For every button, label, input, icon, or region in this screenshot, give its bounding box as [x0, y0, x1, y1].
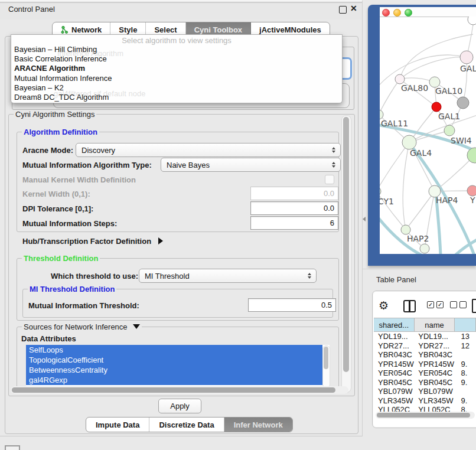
node-label: GAL4: [410, 148, 432, 158]
algorithm-option[interactable]: Basic Correlation Inference: [11, 54, 342, 64]
network-node-gal4[interactable]: [402, 135, 416, 149]
gear-icon[interactable]: ⚙: [379, 300, 389, 311]
tab-label: Style: [119, 25, 137, 34]
node-label: SWI4: [451, 136, 472, 145]
dpi-tolerance-field[interactable]: 0.0: [250, 201, 338, 215]
settings-vertical-scrollbar-thumb[interactable]: [343, 117, 349, 372]
attribute-item[interactable]: gal4RGexp: [26, 375, 322, 385]
network-node-gal80[interactable]: [395, 74, 405, 84]
zoom-traffic-light-icon[interactable]: [405, 9, 412, 17]
aracne-mode-label: Aracne Mode:: [22, 146, 73, 155]
table-cell: YLR345W: [374, 396, 414, 405]
table-cell: YBR045C: [414, 378, 454, 387]
attribute-item[interactable]: TopologicalCoefficient: [26, 355, 322, 365]
table-row[interactable]: YER054CYER054C8.: [374, 369, 476, 378]
network-node-gal[interactable]: [460, 51, 473, 64]
tab-label: jActiveMNodules: [259, 25, 321, 34]
table-cell: YBL079W: [374, 387, 414, 396]
node-label: HAP4: [436, 195, 458, 205]
column-header-name[interactable]: name: [415, 318, 455, 331]
attribute-item[interactable]: BetweennessCentrality: [26, 365, 322, 375]
algorithm-option[interactable]: Dream8 DC_TDC Algorithm: [11, 93, 342, 102]
settings-horizontal-scrollbar-thumb[interactable]: [12, 387, 335, 393]
node-table[interactable]: shared... name YDL19...YDL19...13YDR27..…: [374, 318, 476, 413]
algorithm-option[interactable]: Bayesian – K2: [11, 83, 342, 93]
tab-impute-data[interactable]: Impute Data: [86, 418, 149, 432]
manual-kernel-width-checkbox[interactable]: [325, 175, 334, 184]
data-attributes-list[interactable]: SelfLoops TopologicalCoefficient Between…: [26, 345, 330, 387]
table-cell: 9.: [455, 360, 476, 369]
close-traffic-light-icon[interactable]: [382, 9, 390, 17]
apply-button[interactable]: Apply: [158, 399, 201, 413]
select-all-checkbox-icon[interactable]: ✓: [436, 301, 444, 308]
float-window-icon[interactable]: [339, 6, 347, 14]
table-row[interactable]: YLR345WYLR345W9.: [374, 396, 476, 406]
table-row[interactable]: YPR145WYPR145W9.: [374, 360, 476, 369]
table-cell: YDR27...: [374, 341, 414, 350]
network-node-gal1[interactable]: [432, 102, 441, 112]
panel-separator: [362, 269, 476, 269]
tab-discretize-data[interactable]: Discretize Data: [149, 418, 224, 432]
algorithm-dropdown-popup: Inference Algorithm gal4filtered.sif def…: [11, 34, 343, 103]
table-cell: YER054C: [374, 369, 414, 377]
hub-definition-toggle[interactable]: Hub/Transcription Factor Definition: [22, 237, 163, 246]
table-row[interactable]: YBR043CYBR043C: [374, 350, 476, 360]
attributes-scrollbar-thumb[interactable]: [324, 347, 328, 369]
minimize-traffic-light-icon[interactable]: [393, 9, 401, 17]
network-node-y[interactable]: [467, 185, 476, 196]
network-node[interactable]: [468, 17, 476, 25]
table-cell: YLR345W: [414, 396, 454, 405]
tab-label: Select: [154, 25, 177, 34]
tab-label: Cyni Toolbox: [194, 25, 242, 34]
table-row[interactable]: YBL079WYBL079W: [374, 387, 476, 396]
split-view-icon[interactable]: [403, 300, 416, 312]
combo-arrows-icon: [332, 147, 335, 153]
which-threshold-value: MI Threshold: [145, 272, 190, 281]
attribute-item[interactable]: SelfLoops: [26, 345, 322, 355]
network-canvas[interactable]: GALGAL80GAL10GAL1GAL11SWI4GAL4GCY1HAP4YH…: [380, 17, 476, 254]
network-node-swi4[interactable]: [444, 125, 455, 136]
algorithm-option[interactable]: Mutual Information Inference: [11, 74, 342, 83]
algorithm-definition-title: Algorithm Definition: [22, 128, 99, 136]
network-node-gal11[interactable]: [380, 110, 383, 119]
table-row[interactable]: YDL19...YDL19...13: [374, 332, 476, 341]
which-threshold-combo[interactable]: MI Threshold: [139, 269, 317, 283]
mi-steps-label: Mutual Information Steps:: [22, 219, 117, 228]
network-node[interactable]: [457, 97, 469, 109]
network-node[interactable]: [467, 148, 476, 163]
minimized-panel-icon[interactable]: [5, 445, 20, 450]
network-node-gcy1[interactable]: [380, 187, 381, 196]
dropdown-placeholder: Select algorithm to view settings: [11, 36, 342, 45]
combo-arrows-icon: [332, 162, 335, 168]
algorithm-option-selected[interactable]: ARACNE Algorithm: [11, 64, 342, 73]
table-cell: 9.: [455, 378, 476, 387]
table-row[interactable]: YDR27...YDR27...12: [374, 341, 476, 351]
document-icon[interactable]: [472, 299, 476, 313]
deselect-all-checkbox-icon[interactable]: [459, 301, 467, 308]
algorithm-option[interactable]: Bayesian – Hill Climbing: [11, 45, 342, 54]
deselect-all-checkbox-icon[interactable]: [450, 301, 457, 308]
table-horizontal-scrollbar-thumb[interactable]: [377, 413, 470, 418]
column-header-shared-name[interactable]: shared...: [374, 318, 415, 331]
node-label: GAL1: [438, 112, 460, 121]
expand-arrow-icon: [158, 237, 163, 244]
select-all-checkbox-icon[interactable]: ✓: [427, 301, 434, 308]
mi-algorithm-type-combo[interactable]: Naive Bayes: [161, 158, 341, 172]
tab-label: Discretize Data: [159, 420, 214, 429]
close-icon[interactable]: ✕: [350, 4, 357, 13]
mi-steps-field[interactable]: 6: [250, 216, 338, 230]
network-node[interactable]: [420, 244, 429, 253]
aracne-mode-combo[interactable]: Discovery: [76, 143, 341, 157]
sources-title[interactable]: Sources for Network Inference: [22, 322, 142, 331]
tab-infer-network[interactable]: Infer Network: [224, 418, 292, 432]
mi-algorithm-type-label: Mutual Information Algorithm Type:: [22, 161, 152, 169]
mi-threshold-field[interactable]: 0.5: [248, 298, 336, 312]
network-node-hap2[interactable]: [401, 225, 410, 234]
table-cell: 8.: [455, 369, 476, 377]
column-header-partial[interactable]: [455, 318, 476, 331]
splitpane-collapse-icon[interactable]: [363, 217, 366, 221]
table-row[interactable]: YBR045CYBR045C9.: [374, 378, 476, 387]
mi-threshold-label: Mutual Information Threshold:: [28, 301, 139, 310]
network-window-titlebar[interactable]: [380, 7, 476, 17]
kernel-width-field[interactable]: 0.0: [250, 187, 338, 200]
